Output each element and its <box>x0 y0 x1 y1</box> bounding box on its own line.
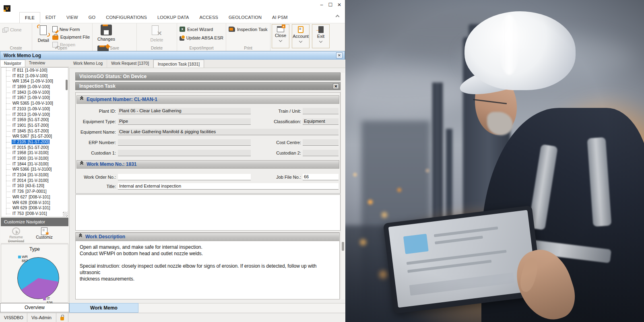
menu-item[interactable]: GEOLOCATION <box>223 12 267 23</box>
tree-item[interactable]: WR 628[D08-V-101] <box>1 200 68 206</box>
tree-item[interactable]: IT 1901[51-ST-200] <box>1 123 68 128</box>
save-changes-icon <box>101 25 112 35</box>
equipment-file-button[interactable]: Equipment File <box>52 33 90 40</box>
menu-item[interactable]: VIEW <box>61 12 83 23</box>
sidebar-tab[interactable]: Navigator <box>0 60 25 67</box>
tree-item[interactable]: WR 627[D08-V-101] <box>1 194 68 200</box>
close-window-button[interactable]: ✕ <box>336 2 343 8</box>
tree-item[interactable]: IT 1958[31-V-3100] <box>1 150 68 156</box>
tree-resize-grip[interactable] <box>63 212 68 217</box>
notes-area[interactable] <box>75 194 341 231</box>
detail-button[interactable]: Detail <box>35 25 52 45</box>
new-form-icon <box>52 26 58 32</box>
tree-item[interactable]: IT 1959[51-ST-200] <box>1 117 68 123</box>
equipment-section-header[interactable]: Equipment Number: CL-MAN-1 <box>76 95 339 104</box>
menu-item[interactable]: GO <box>83 12 101 23</box>
save-changes-button[interactable]: Changes <box>95 25 118 45</box>
tree-item[interactable]: IT 2104[31-V-3100] <box>1 172 68 178</box>
tree-scrollbar-thumb[interactable] <box>66 80 68 90</box>
tree-item[interactable]: IT 1957[1-09-V-100] <box>1 95 68 101</box>
tree-item[interactable]: IT 1843[1-09-V-100] <box>1 90 68 95</box>
tree-item[interactable]: WR 5367[51-ST-200] <box>1 134 68 139</box>
menu-item[interactable]: AI PSM <box>267 12 293 23</box>
excel-wizard-button[interactable]: x Excel Wizard <box>180 26 223 33</box>
menu-item[interactable]: CONFIGURATIONS <box>101 12 152 23</box>
menu-item[interactable]: FILE <box>19 12 40 23</box>
exit-button[interactable]: Exit <box>312 24 330 48</box>
background-photo <box>345 0 644 322</box>
work-memo-section-header[interactable]: Work Memo No.: 1831 <box>76 160 339 169</box>
work-order-field[interactable] <box>118 174 251 180</box>
tree-item[interactable]: IT 2013[1-09-V-100] <box>1 112 68 118</box>
equipment-type-field[interactable]: Pipe <box>118 118 251 125</box>
menu-item[interactable]: ACCESS <box>194 12 223 23</box>
new-form-button[interactable]: New Form <box>52 26 90 33</box>
tree-item[interactable]: IT 753[D08-V-101] <box>1 211 68 217</box>
content-scrollbar[interactable] <box>341 73 345 299</box>
chevron-down-icon <box>319 39 322 43</box>
tree-item[interactable]: WR 629[D08-V-101] <box>1 205 68 211</box>
tree-item[interactable]: IT 1899[1-09-V-100] <box>1 84 68 90</box>
tree-item[interactable]: IT 1844[31-V-3100] <box>1 161 68 167</box>
clone-button[interactable]: Clone <box>2 26 29 33</box>
tree-item[interactable]: IT 811[1-09-V-100] <box>1 68 68 73</box>
work-description-text[interactable]: Open all manways, and make safe for inte… <box>76 241 339 286</box>
menu-item[interactable]: LOOKUP DATA <box>152 12 194 23</box>
plant-id-label: Plant ID: <box>76 108 116 114</box>
group-label-save: Save <box>93 46 136 50</box>
resume-download-button[interactable]: Resume Download <box>6 227 27 243</box>
legend-swatch-it <box>43 297 46 300</box>
minimize-button[interactable]: – <box>318 2 325 8</box>
tree-item[interactable]: WR 5366[31-V-3100] <box>1 167 68 172</box>
content-scrollbar-thumb[interactable] <box>342 242 344 251</box>
work-memo-bottom-tab[interactable]: Work Memo <box>69 303 138 313</box>
overview-button[interactable]: Overview <box>0 303 69 312</box>
tree-item[interactable]: IT 812[1-09-V-100] <box>1 73 68 79</box>
panel-close-icon[interactable]: ✕ <box>336 52 343 58</box>
tree-item[interactable]: IT 2015[51-ST-200] <box>1 145 68 151</box>
tree-item[interactable]: IT 1900[31-V-3100] <box>1 156 68 161</box>
tree-item[interactable]: WR 5365[1-09-V-100] <box>1 101 68 106</box>
print-inspection-task-button[interactable]: Inspection Task <box>229 26 268 33</box>
work-memo-log-panel-header: Work Memo Log ✕ <box>0 51 345 60</box>
tree-item[interactable]: IT 2103[1-09-V-100] <box>1 106 68 112</box>
type-pie <box>17 257 59 299</box>
equipment-name-field[interactable]: Clear Lake Gathering Manifold & pigging … <box>118 129 339 135</box>
document-tab[interactable]: Inspection Task [1831] <box>153 60 204 68</box>
classification-field[interactable]: Equipment <box>303 118 339 125</box>
work-description-header[interactable]: Work Description <box>76 233 339 241</box>
classification-label: Classification: <box>262 118 301 125</box>
tree-item[interactable]: IT 163[43-E-120] <box>1 183 68 189</box>
equipment-name-label: Equipment Name: <box>76 129 116 135</box>
tree-item[interactable]: IT 2014[31-V-3100] <box>1 178 68 184</box>
customize-button[interactable]: Customiz <box>34 227 55 243</box>
plant-id-field[interactable]: Plant 06 - Clear Lake Gathering <box>118 108 251 114</box>
inspection-task-close-icon[interactable]: ✕ <box>333 83 339 89</box>
tree-item[interactable]: IT 2105[51-ST-200] <box>1 139 68 145</box>
sidebar-tabs: NavigatorTreeview <box>0 60 69 67</box>
job-file-field[interactable]: 66 <box>303 174 339 180</box>
sidebar-tab[interactable]: Treeview <box>25 60 49 67</box>
status-database: VIS5DBO <box>0 313 27 322</box>
account-button[interactable]: Account <box>292 24 310 48</box>
train-unit-field[interactable] <box>303 108 339 114</box>
menu-item[interactable]: EDIT <box>40 12 61 23</box>
ribbon-collapse-icon[interactable] <box>335 14 339 18</box>
status-bar: VIS5DBO Vis-Admin <box>0 313 345 322</box>
legend-wr: WR 887 <box>18 255 28 263</box>
delete-icon: ✕ <box>152 25 162 36</box>
erp-number-field[interactable] <box>118 139 251 146</box>
tree-item[interactable]: IT 726[37-P-0001] <box>1 189 68 194</box>
tree-item[interactable]: IT 1845[51-ST-200] <box>1 128 68 134</box>
title-field[interactable]: Internal and External inspection <box>118 183 339 190</box>
cost-centre-field[interactable] <box>303 139 339 146</box>
document-tab[interactable]: Work Request [1370] <box>107 60 153 68</box>
maximize-button[interactable]: ☐ <box>327 2 334 8</box>
custodian2-field[interactable] <box>303 150 339 156</box>
close-form-button[interactable]: Close <box>272 24 289 48</box>
delete-button[interactable]: ✕ Delete <box>146 25 168 46</box>
update-absa-esr-button[interactable]: Update ABSA ESR <box>180 34 223 41</box>
document-tab[interactable]: Work Memo Log <box>69 60 107 68</box>
tree-item[interactable]: WR 1354[1-09-V-100] <box>1 78 68 84</box>
custodian1-field[interactable] <box>118 150 251 156</box>
